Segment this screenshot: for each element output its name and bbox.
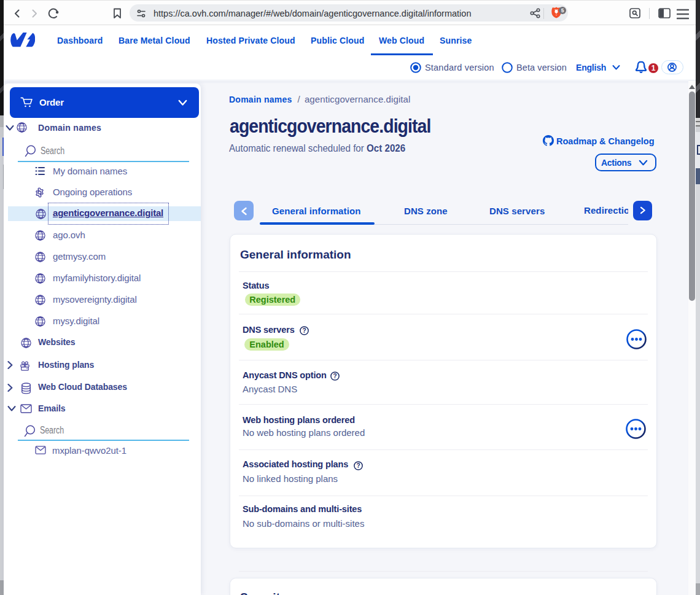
svg-text:?: ? (302, 327, 306, 334)
svg-text:?: ? (356, 462, 360, 469)
svg-text:?: ? (333, 373, 336, 379)
